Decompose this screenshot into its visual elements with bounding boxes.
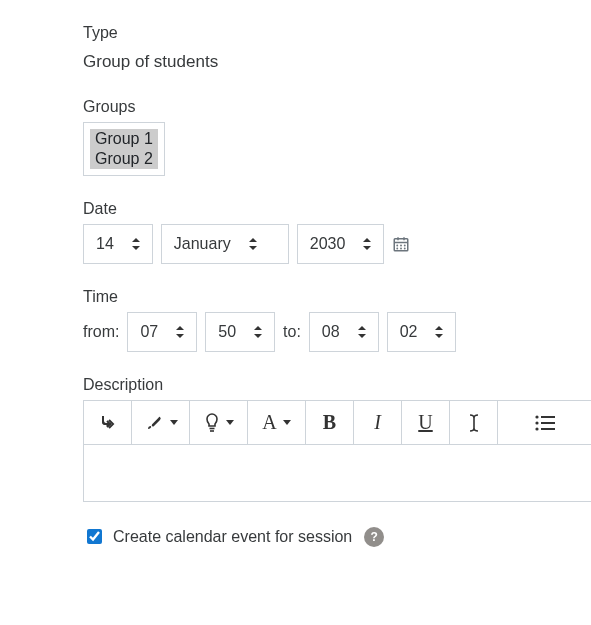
chevron-down-icon — [283, 420, 291, 425]
bold-label: B — [323, 411, 336, 434]
date-label: Date — [83, 200, 591, 218]
time-to-min-value: 02 — [400, 323, 418, 341]
toolbar-list-button[interactable] — [498, 401, 591, 444]
select-arrows-icon — [132, 238, 140, 250]
date-year-value: 2030 — [310, 235, 346, 253]
time-from-label: from: — [83, 323, 119, 341]
time-from-hour-select[interactable]: 07 — [127, 312, 197, 352]
time-from-hour-value: 07 — [140, 323, 158, 341]
svg-rect-16 — [541, 422, 555, 424]
lightbulb-icon — [204, 413, 220, 433]
time-to-label: to: — [283, 323, 301, 341]
select-arrows-icon — [176, 326, 184, 338]
time-label: Time — [83, 288, 591, 306]
type-label: Type — [83, 24, 591, 42]
calendar-event-checkbox[interactable] — [87, 529, 102, 544]
italic-label: I — [374, 411, 381, 434]
time-to-hour-select[interactable]: 08 — [309, 312, 379, 352]
svg-point-17 — [535, 427, 538, 430]
svg-point-13 — [535, 415, 538, 418]
font-label: A — [262, 411, 276, 434]
toolbar-hint-button[interactable] — [190, 401, 248, 444]
calendar-icon[interactable] — [392, 235, 410, 253]
toolbar-expand-button[interactable] — [84, 401, 132, 444]
time-from-min-select[interactable]: 50 — [205, 312, 275, 352]
svg-rect-18 — [541, 428, 555, 430]
select-arrows-icon — [358, 326, 366, 338]
toolbar-font-button[interactable]: A — [248, 401, 306, 444]
date-day-select[interactable]: 14 — [83, 224, 153, 264]
expand-down-icon — [101, 415, 115, 431]
toolbar-italic-button[interactable]: I — [354, 401, 402, 444]
date-day-value: 14 — [96, 235, 114, 253]
chevron-down-icon — [226, 420, 234, 425]
bullet-list-icon — [535, 415, 555, 431]
time-to-min-select[interactable]: 02 — [387, 312, 457, 352]
editor-toolbar: A B I U — [83, 400, 591, 444]
description-label: Description — [83, 376, 591, 394]
group-option[interactable]: Group 2 — [90, 149, 158, 169]
calendar-event-label: Create calendar event for session — [113, 528, 352, 546]
text-cursor-icon — [467, 413, 481, 433]
time-to-hour-value: 08 — [322, 323, 340, 341]
select-arrows-icon — [435, 326, 443, 338]
help-icon[interactable]: ? — [364, 527, 384, 547]
date-year-select[interactable]: 2030 — [297, 224, 385, 264]
time-from-min-value: 50 — [218, 323, 236, 341]
select-arrows-icon — [249, 238, 257, 250]
group-option[interactable]: Group 1 — [90, 129, 158, 149]
select-arrows-icon — [363, 238, 371, 250]
chevron-down-icon — [170, 420, 178, 425]
toolbar-cursor-button[interactable] — [450, 401, 498, 444]
toolbar-underline-button[interactable]: U — [402, 401, 450, 444]
type-value: Group of students — [83, 52, 591, 72]
svg-point-15 — [535, 421, 538, 424]
underline-label: U — [418, 411, 432, 434]
brush-icon — [144, 414, 164, 432]
svg-rect-14 — [541, 416, 555, 418]
groups-select[interactable]: Group 1 Group 2 — [83, 122, 165, 176]
description-editor[interactable] — [83, 444, 591, 502]
date-month-select[interactable]: January — [161, 224, 289, 264]
toolbar-style-button[interactable] — [132, 401, 190, 444]
select-arrows-icon — [254, 326, 262, 338]
toolbar-bold-button[interactable]: B — [306, 401, 354, 444]
groups-label: Groups — [83, 98, 591, 116]
date-month-value: January — [174, 235, 231, 253]
